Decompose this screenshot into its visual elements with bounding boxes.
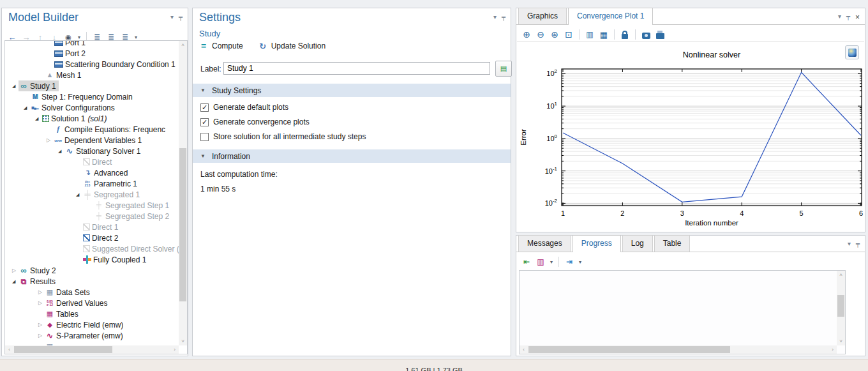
dock-button[interactable]: ⇤ [520,255,533,268]
tab-log[interactable]: Log [622,235,653,252]
print-button[interactable] [654,28,666,41]
tree-item-port-1[interactable]: Port 1 [5,40,179,48]
tree-item-data-sets[interactable]: ▷▦Data Sets [5,287,179,298]
scroll-up-icon[interactable]: ˄ [179,41,187,49]
expander-closed-icon[interactable]: ▷ [38,322,42,327]
expander-closed-icon[interactable]: ▷ [47,138,50,142]
pin-icon[interactable]: ┯ [856,240,860,247]
panel-menu-dropdown-icon[interactable]: ▾ [848,240,851,247]
tree-item-partial[interactable]: ▦ [5,341,179,345]
show-dropdown-icon[interactable]: ▾ [76,34,82,40]
tree-item-segregated-step-1[interactable]: ╪Segregated Step 1 [5,200,179,211]
section-information[interactable]: ▼ Information [193,149,511,163]
tree-item-scattering-boundary-condition-1[interactable]: Scattering Boundary Condition 1 [5,59,179,70]
tree-item-port-2[interactable]: Port 2 [5,48,179,59]
tree-item-s-parameter-emw[interactable]: ▷∿S-Parameter (emw) [5,330,179,341]
tab-graphics[interactable]: Graphics [518,8,567,24]
checkbox-row-store-solution-for-all-intermediate-study-steps[interactable]: Store solution for all intermediate stud… [200,132,366,142]
expander-closed-icon[interactable]: ▷ [38,333,42,338]
pin-icon[interactable]: ┯ [502,13,505,20]
tree-item-step-1-frequency-domain[interactable]: MStep 1: Frequency Domain [5,91,179,102]
tree-item-direct[interactable]: Direct [5,156,179,167]
tree-vscroll-thumb[interactable] [179,148,186,301]
tree-item-stationary-solver-1[interactable]: ◢∿Stationary Solver 1 [5,146,179,156]
tree-item-compile-equations-frequenc[interactable]: ƒCompile Equations: Frequenc [5,124,179,135]
scroll-left-icon[interactable]: ‹ [5,345,13,354]
progress-vertical-scrollbar[interactable]: ˄ ˅ [837,271,845,345]
compute-button[interactable]: Compute [212,42,243,50]
zoom-box-button[interactable]: ⊛ [548,28,561,41]
progress-horizontal-scrollbar[interactable]: ‹ › [520,345,837,354]
expander-open-icon[interactable]: ◢ [12,279,15,284]
tree-item-fully-coupled-1[interactable]: Fully Coupled 1 [5,254,179,265]
tab-messages[interactable]: Messages [518,235,571,252]
scroll-down-icon[interactable]: ˅ [837,337,845,345]
tree-item-tables[interactable]: ▦Tables [5,308,179,319]
scroll-right-icon[interactable]: › [828,345,837,354]
tree-item-direct-2[interactable]: Direct 2 [5,232,179,243]
pin-icon[interactable]: ┯ [179,13,183,20]
section-study-settings[interactable]: ▼ Study Settings [193,84,511,97]
tree-item-advanced[interactable]: ↴Advanced [5,167,179,178]
tree-item-segregated-1[interactable]: ◢╪Segregated 1 [5,189,179,200]
tree-item-solution-1[interactable]: ◢Solution 1(sol1) [5,113,179,124]
tree-item-study-1[interactable]: ◢∞Study 1 [5,80,179,91]
tree-horizontal-scrollbar[interactable]: ‹ › [5,345,179,354]
tree-item-direct-1[interactable]: Direct 1 [5,222,179,232]
expander-closed-icon[interactable]: ▷ [38,290,42,294]
zoom-extents-button[interactable]: ⊡ [562,28,575,41]
grid-button[interactable]: ▦ [597,28,610,41]
panel-menu-dropdown-icon[interactable]: ▾ [493,13,497,20]
tree-hscroll-thumb[interactable] [14,346,112,353]
label-input[interactable] [223,62,490,75]
expander-open-icon[interactable]: ◢ [24,105,27,110]
close-icon[interactable]: × [855,13,860,22]
scroll-left-icon[interactable]: ‹ [520,345,528,354]
rename-button[interactable]: ▤ [495,61,512,77]
tree-item-results[interactable]: ◢⧉Results [5,276,179,287]
progress-display-dropdown-icon[interactable]: ▾ [548,259,555,265]
tree-item-suggested-direct-solver[interactable]: Suggested Direct Solver ( [5,243,179,254]
update-solution-button[interactable]: Update Solution [271,42,326,50]
scroll-up-icon[interactable]: ˄ [837,271,845,279]
tab-progress[interactable]: Progress [572,235,621,252]
tree-item-study-2[interactable]: ▷∞Study 2 [5,265,179,276]
checkbox-unchecked-icon[interactable] [200,133,209,141]
tree-item-segregated-step-2[interactable]: ╪Segregated Step 2 [5,211,179,222]
checkbox-checked-icon[interactable]: ✓ [200,103,209,112]
scene-light-button[interactable]: ▥ [583,28,596,41]
tree-item-electric-field-emw[interactable]: ▷◆Electric Field (emw) [5,319,179,330]
checkbox-checked-icon[interactable]: ✓ [200,118,209,126]
checkbox-row-generate-convergence-plots[interactable]: ✓Generate convergence plots [200,117,310,127]
scroll-right-icon[interactable]: › [170,345,179,354]
zoom-in-button[interactable]: ⊕ [520,28,533,41]
tree-item-dependent-variables-1[interactable]: ▷uvwDependent Variables 1 [5,135,179,146]
progress-display-button[interactable]: ▥ [534,255,547,268]
tab-convergence-plot-1[interactable]: Convergence Plot 1 [568,8,653,25]
expander-open-icon[interactable]: ◢ [76,192,79,197]
expander-closed-icon[interactable]: ▷ [38,301,42,305]
plot-window-button[interactable] [845,45,859,59]
tab-table[interactable]: Table [654,235,691,252]
lock-button[interactable] [618,28,631,41]
expander-open-icon[interactable]: ◢ [35,116,38,121]
tree-vertical-scrollbar[interactable]: ˄ ˅ [179,41,187,345]
scroll-down-icon[interactable]: ˅ [179,337,187,345]
expander-open-icon[interactable]: ◢ [12,84,15,88]
plot-canvas[interactable]: 10-210-1100101102123456Nonlinear solverI… [517,41,864,231]
progress-hscroll-thumb[interactable] [528,346,730,353]
node-text-dropdown-icon[interactable]: ▾ [133,34,139,40]
pin-icon[interactable]: ┯ [846,13,850,22]
move-to-next-button[interactable]: ⇥ [563,255,576,268]
zoom-out-button[interactable]: ⊖ [534,28,547,41]
tree-item-solver-configurations[interactable]: ◢▆▄▂Solver Configurations [5,102,179,113]
expander-closed-icon[interactable]: ▷ [12,268,16,273]
tree-item-derived-values[interactable]: ▷8.85 e-12Derived Values [5,298,179,308]
panel-menu-dropdown-icon[interactable]: ▾ [838,13,841,22]
progress-vscroll-thumb[interactable] [837,295,844,317]
panel-menu-dropdown-icon[interactable]: ▾ [170,13,174,20]
tree-item-mesh-1[interactable]: ▲Mesh 1 [5,70,179,80]
camera-button[interactable] [640,28,652,41]
checkbox-row-generate-default-plots[interactable]: ✓Generate default plots [200,102,288,112]
move-to-next-dropdown-icon[interactable]: ▾ [577,259,583,265]
